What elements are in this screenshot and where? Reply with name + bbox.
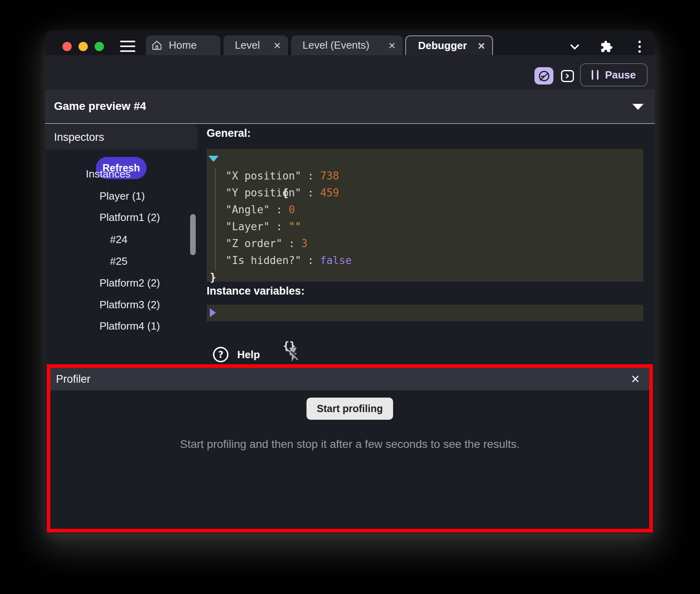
instance-variables-view: {} <box>207 305 643 321</box>
profiler-title: Profiler <box>50 373 91 386</box>
inspectors-sidebar: Inspectors Refresh Instances Player (1) … <box>45 125 197 365</box>
gauge-icon <box>537 69 551 83</box>
sidebar-scrollbar-thumb[interactable] <box>190 214 196 255</box>
flash-off-icon[interactable] <box>285 346 302 363</box>
json-row: "Y position" : 459 <box>207 184 643 201</box>
inspector-detail-panel: General: { "X position" : 738 "Y positio… <box>197 125 655 365</box>
json-value: 738 <box>320 170 339 182</box>
pause-label: Pause <box>605 69 636 81</box>
console-button[interactable] <box>561 70 574 82</box>
tree-item-platform4[interactable]: Platform4 (1) <box>99 319 160 333</box>
json-row: "Is hidden?" : false <box>207 252 643 269</box>
tree-item-platform3[interactable]: Platform3 (2) <box>99 298 160 311</box>
tab-label: Level (Events) <box>298 39 373 52</box>
help-icon[interactable]: ? <box>212 346 229 363</box>
tree-item-instance-24[interactable]: #24 <box>110 233 127 246</box>
tree-item-platform1[interactable]: Platform1 (2) <box>99 210 160 224</box>
general-json-view: { "X position" : 738 "Y position" : 459 … <box>207 149 643 282</box>
profiler-message: Start profiling and then stop it after a… <box>50 438 649 451</box>
instance-variables-heading: Instance variables: <box>207 285 304 297</box>
chevron-down-icon[interactable] <box>568 40 582 54</box>
json-key: "Z order" <box>226 237 282 250</box>
svg-text:?: ? <box>218 349 223 360</box>
json-value: 3 <box>301 237 308 250</box>
debugger-content: Inspectors Refresh Instances Player (1) … <box>45 125 655 365</box>
close-icon[interactable]: × <box>621 372 649 386</box>
json-value: false <box>320 254 352 266</box>
tab-debugger[interactable]: Debugger × <box>405 35 493 55</box>
tab-label: Debugger <box>414 39 471 52</box>
collapse-caret-icon[interactable] <box>632 104 644 110</box>
inspectors-title: Inspectors <box>45 131 104 144</box>
tab-home[interactable]: Home <box>146 35 220 55</box>
tree-item-instance-25[interactable]: #25 <box>110 254 127 268</box>
json-key: "Angle" <box>226 204 270 216</box>
tree-item-platform2[interactable]: Platform2 (2) <box>99 276 160 290</box>
extensions-puzzle-icon[interactable] <box>600 40 613 54</box>
close-tab-icon[interactable]: × <box>472 40 492 52</box>
json-row: "Angle" : 0 <box>207 201 643 218</box>
tab-level-events[interactable]: Level (Events) × <box>291 35 403 55</box>
inspectors-header: Inspectors <box>45 125 197 150</box>
profiler-toggle-button[interactable] <box>534 67 553 85</box>
json-key: "Y position" <box>226 187 301 199</box>
close-brace: } <box>210 271 216 283</box>
general-heading: General: <box>207 127 251 140</box>
expand-icon[interactable] <box>210 308 216 317</box>
pause-icon <box>592 70 599 80</box>
tree-item-instances[interactable]: Instances <box>86 167 130 181</box>
chevron-right-icon <box>564 72 571 80</box>
start-profiling-button[interactable]: Start profiling <box>307 398 393 420</box>
close-tab-icon[interactable]: × <box>383 39 403 52</box>
tab-label: Level <box>231 39 264 52</box>
json-key: "Layer" <box>226 221 270 233</box>
json-row: "X position" : 738 <box>207 167 643 184</box>
expand-collapse-icon[interactable] <box>208 156 219 162</box>
close-window-button[interactable] <box>62 42 72 51</box>
profiler-panel: Profiler × Start profiling Start profili… <box>47 364 653 532</box>
home-icon <box>151 40 162 51</box>
app-window: Home Level × Level (Events) × Debugger × <box>45 31 655 534</box>
minimize-window-button[interactable] <box>79 42 88 51</box>
json-row: "Layer" : "" <box>207 218 643 235</box>
help-row: ? Help <box>212 346 302 363</box>
json-value: 459 <box>320 187 339 199</box>
tree-item-player[interactable]: Player (1) <box>99 189 145 203</box>
json-value: "" <box>289 221 301 233</box>
tab-level[interactable]: Level × <box>224 35 288 55</box>
tab-label: Home <box>165 39 201 52</box>
game-preview-header[interactable]: Game preview #4 <box>45 89 655 124</box>
json-value: 0 <box>289 204 295 216</box>
close-tab-icon[interactable]: × <box>268 39 288 52</box>
menu-icon[interactable] <box>120 41 135 52</box>
inspectors-tree: Refresh Instances Player (1) Platform1 (… <box>45 150 197 365</box>
game-preview-title: Game preview #4 <box>45 100 146 113</box>
tab-bar: Home Level × Level (Events) × Debugger × <box>45 31 655 55</box>
debugger-toolbar: Pause <box>45 55 655 89</box>
profiler-header: Profiler × <box>50 368 649 390</box>
json-row: "Z order" : 3 <box>207 235 643 252</box>
json-key: "Is hidden?" <box>226 254 301 266</box>
zoom-window-button[interactable] <box>95 42 104 51</box>
profiler-body: Start profiling Start profiling and then… <box>50 390 649 529</box>
help-label[interactable]: Help <box>237 349 260 361</box>
overflow-menu-icon[interactable] <box>633 40 646 54</box>
pause-button[interactable]: Pause <box>580 63 648 87</box>
json-key: "X position" <box>226 170 301 182</box>
